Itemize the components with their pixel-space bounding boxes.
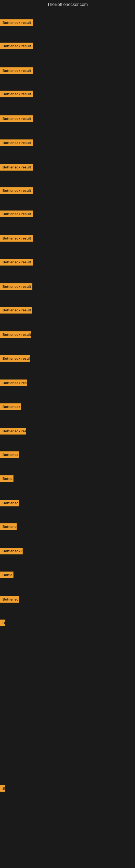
bottleneck-item: Bottlenec (0, 596, 19, 603)
bottleneck-label: Bottleneck result (0, 307, 32, 314)
bottleneck-item: Bottleneck result (0, 91, 33, 97)
bottleneck-label: Bottle (0, 571, 13, 578)
bottleneck-label: Bottlene (0, 523, 17, 530)
bottleneck-label: Bottleneck r (0, 548, 23, 554)
bottleneck-label: B (0, 785, 5, 792)
bottleneck-item: Bottleneck res (0, 428, 26, 435)
bottleneck-item: Bottleneck result (0, 19, 33, 26)
bottleneck-label: Bottleneck result (0, 67, 33, 74)
bottleneck-label: Bottleneck result (0, 235, 33, 242)
bottleneck-item: Bottleneck result (0, 331, 31, 338)
site-title: TheBottlenecker.com (0, 0, 135, 9)
bottleneck-item: Bottleneck result (0, 283, 32, 290)
bottleneck-label: Bottleneck result (0, 115, 33, 122)
bottleneck-label: Bottleneck result (0, 283, 32, 290)
bottleneck-item: B (0, 620, 5, 626)
bottleneck-label: Bottleneck result (0, 42, 33, 50)
bottleneck-label: Bottleneck result (0, 164, 33, 170)
bottleneck-item: Bottleneck (0, 403, 21, 410)
bottleneck-label: Bottleneck res (0, 428, 26, 435)
bottleneck-item: Bottle (0, 475, 13, 482)
bottleneck-item: Bottleneck r (0, 548, 23, 554)
bottleneck-item: Bottleneck result (0, 307, 32, 314)
bottleneck-label: Bottleneck result (0, 91, 33, 97)
bottleneck-item: Bottleneck result (0, 211, 33, 217)
bottleneck-label: Bottleneck result (0, 19, 33, 26)
bottleneck-item: Bottlenec (0, 452, 19, 458)
bottleneck-label: Bottleneck resu (0, 379, 27, 386)
bottleneck-item: Bottleneck result (0, 115, 33, 122)
bottleneck-label: Bottlenec (0, 596, 19, 603)
bottleneck-item: Bottlenec (0, 500, 19, 506)
bottleneck-item: Bottle (0, 571, 13, 578)
bottleneck-item: Bottleneck result (0, 355, 30, 362)
bottleneck-label: Bottleneck result (0, 355, 30, 362)
bottleneck-item: Bottleneck result (0, 187, 33, 194)
bottleneck-item: Bottleneck result (0, 140, 33, 146)
bottleneck-item: Bottleneck resu (0, 379, 27, 386)
bottleneck-label: B (0, 620, 5, 626)
bottleneck-label: Bottlenec (0, 452, 19, 458)
bottleneck-label: Bottleneck (0, 403, 21, 410)
bottleneck-label: Bottleneck result (0, 259, 33, 266)
bottleneck-item: Bottleneck result (0, 235, 33, 242)
bottleneck-item: Bottleneck result (0, 42, 33, 50)
bottleneck-item: Bottleneck result (0, 259, 33, 266)
bottleneck-item: Bottleneck result (0, 164, 33, 170)
bottleneck-label: Bottleneck result (0, 187, 33, 194)
bottleneck-label: Bottleneck result (0, 331, 31, 338)
bottleneck-item: B (0, 785, 5, 792)
bottleneck-item: Bottleneck result (0, 67, 33, 74)
bottleneck-label: Bottlenec (0, 500, 19, 506)
bottleneck-label: Bottleneck result (0, 140, 33, 146)
bottleneck-label: Bottle (0, 475, 13, 482)
bottleneck-item: Bottlene (0, 523, 17, 530)
bottleneck-label: Bottleneck result (0, 211, 33, 217)
